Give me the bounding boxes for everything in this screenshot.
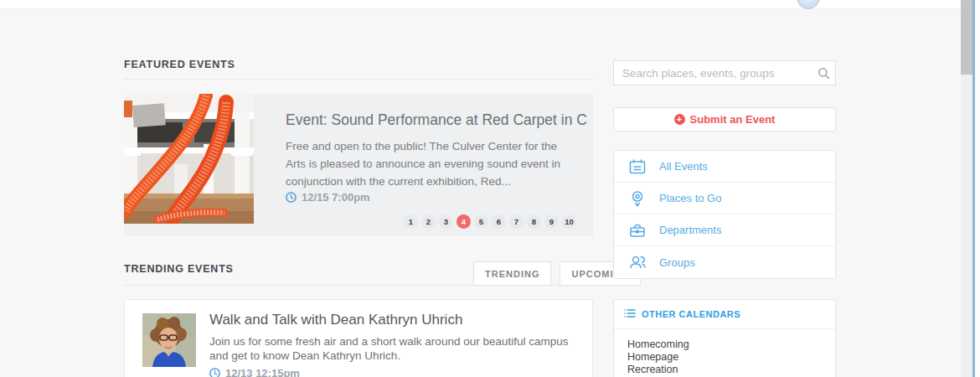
page-header-sliver <box>0 0 980 9</box>
sidebar-item-all-events[interactable]: All Events <box>614 151 835 183</box>
clock-icon <box>286 192 297 203</box>
sidebar-item-departments[interactable]: Departments <box>614 214 835 246</box>
pagination-dot-2[interactable]: 2 <box>421 214 436 229</box>
trending-event-title[interactable]: Walk and Talk with Dean Kathryn Uhrich <box>209 312 578 328</box>
sidebar-menu: All Events Places to Go Departments Grou… <box>613 150 836 279</box>
trending-event-description: Join us for some fresh air and a short w… <box>209 334 570 363</box>
pagination-dot-3[interactable]: 3 <box>439 214 453 229</box>
scrollbar-thumb[interactable] <box>961 0 972 75</box>
calendar-icon <box>627 158 647 176</box>
other-calendars-card: OTHER CALENDARS Homecoming Homepage Recr… <box>613 299 836 377</box>
sidebar-item-places-to-go[interactable]: Places to Go <box>614 183 835 214</box>
trending-events-heading: TRENDING EVENTS <box>124 263 234 275</box>
clock-icon <box>209 368 220 377</box>
tab-trending[interactable]: TRENDING <box>473 261 551 286</box>
featured-event-image[interactable] <box>124 94 254 224</box>
ribbon-sculpture-illustration <box>124 94 254 224</box>
pagination-dot-10[interactable]: 10 <box>562 214 576 229</box>
sidebar-item-groups[interactable]: Groups <box>614 246 835 278</box>
featured-events-heading: FEATURED EVENTS <box>124 59 235 70</box>
portrait-illustration <box>142 313 196 367</box>
calendar-link-homecoming[interactable]: Homecoming <box>627 338 835 351</box>
sidebar-item-label: Groups <box>659 256 695 269</box>
search-box <box>613 60 836 85</box>
calendar-link-recreation[interactable]: Recreation <box>627 364 835 376</box>
trending-event-image[interactable] <box>142 313 196 367</box>
pagination-dot-9[interactable]: 9 <box>544 214 559 229</box>
map-pin-icon <box>627 189 647 208</box>
calendar-link-homepage[interactable]: Homepage <box>627 351 835 364</box>
submit-event-label: Submit an Event <box>690 113 776 126</box>
pagination-dot-1[interactable]: 1 <box>404 214 418 229</box>
window-edge-outer <box>975 0 980 377</box>
featured-event-description: Free and open to the public! The Culver … <box>286 137 569 190</box>
pagination-dot-4-active[interactable]: 4 <box>456 214 471 229</box>
pagination-dot-8[interactable]: 8 <box>527 214 541 229</box>
divider <box>124 79 593 80</box>
pagination-dot-7[interactable]: 7 <box>509 214 524 229</box>
list-icon <box>624 308 636 320</box>
magnifier-icon[interactable] <box>812 67 835 80</box>
featured-event-datetime: 12/15 7:00pm <box>302 191 370 204</box>
submit-event-button[interactable]: + Submit an Event <box>613 107 836 132</box>
other-calendars-list: Homecoming Homepage Recreation <box>614 329 835 376</box>
sidebar-item-label: Places to Go <box>659 192 721 204</box>
featured-event-datetime-row: 12/15 7:00pm <box>286 191 370 204</box>
pagination-dot-5[interactable]: 5 <box>474 214 488 229</box>
other-calendars-header: OTHER CALENDARS <box>614 300 835 329</box>
briefcase-icon <box>627 221 647 240</box>
sidebar-item-label: Departments <box>659 224 721 236</box>
trending-event-datetime-row: 12/13 12:15pm <box>209 367 300 377</box>
featured-event-title[interactable]: Event: Sound Performance at Red Carpet i… <box>286 111 587 129</box>
featured-event-card[interactable]: Event: Sound Performance at Red Carpet i… <box>124 94 593 236</box>
featured-carousel-pagination: 1 2 3 4 5 6 7 8 9 10 <box>404 214 576 229</box>
trending-event-datetime: 12/13 12:15pm <box>225 367 300 377</box>
sidebar-item-label: All Events <box>659 160 708 173</box>
plus-circle-icon: + <box>674 114 685 125</box>
search-input[interactable] <box>614 67 812 80</box>
other-calendars-title: OTHER CALENDARS <box>642 309 740 319</box>
trending-event-card[interactable]: Walk and Talk with Dean Kathryn Uhrich J… <box>124 299 593 377</box>
pagination-dot-6[interactable]: 6 <box>492 214 506 229</box>
people-icon <box>627 253 647 271</box>
